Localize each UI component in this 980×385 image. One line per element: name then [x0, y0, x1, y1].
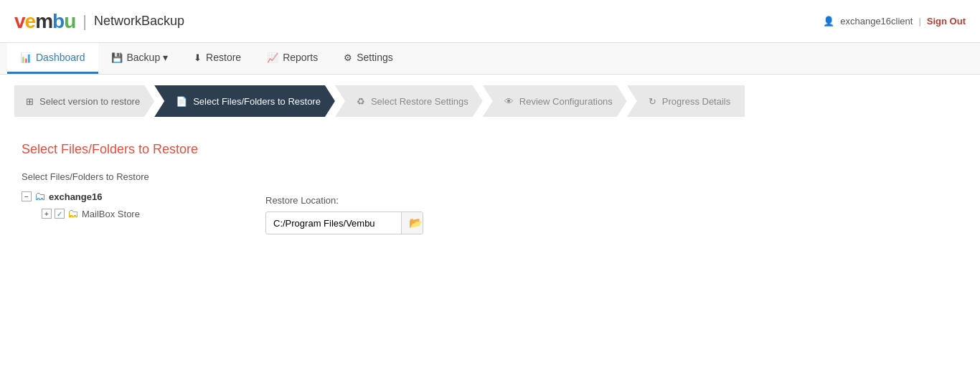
restore-location-browse-button[interactable]: 📂	[401, 212, 423, 234]
settings-icon: ⚙	[344, 52, 352, 63]
restore-location-input-group: 📂	[265, 211, 423, 234]
section-title-part3: to Restore	[135, 142, 198, 156]
nav-settings[interactable]: ⚙ Settings	[331, 43, 406, 74]
folder-orange-icon: 🗂	[67, 207, 79, 220]
nav-backup-label: Backup ▾	[127, 52, 169, 63]
step-label-files: Select Files/Folders to Restore	[193, 96, 321, 107]
nav-dashboard-label: Dashboard	[36, 52, 85, 63]
logo-vembu: vembu	[14, 10, 75, 33]
main-content: Select Files/Folders to Restore Select F…	[0, 128, 980, 249]
nav-reports-label: Reports	[283, 52, 318, 63]
tree-toggle-root[interactable]: −	[22, 191, 32, 201]
signout-link[interactable]: Sign Out	[927, 16, 966, 27]
step-icon-files: 📄	[176, 96, 187, 107]
section-title-part1: Select Files/	[22, 142, 92, 156]
nav-reports[interactable]: 📈 Reports	[254, 43, 331, 74]
restore-location-text-input[interactable]	[266, 214, 401, 233]
header: vembu | NetworkBackup 👤 exchange16client…	[0, 0, 980, 43]
restore-icon: ⬇	[194, 52, 202, 63]
wizard-step-progress[interactable]: ↻ Progress Details	[627, 85, 745, 117]
wizard-step-select-version[interactable]: ⊞ Select version to restore	[14, 85, 154, 117]
folder-blue-icon: 🗂	[34, 190, 46, 203]
step-label-review: Review Configurations	[519, 96, 613, 107]
wizard-step-select-files[interactable]: 📄 Select Files/Folders to Restore	[154, 85, 335, 117]
nav-dashboard[interactable]: 📊 Dashboard	[7, 43, 98, 74]
header-right: 👤 exchange16client | Sign Out	[823, 16, 966, 27]
step-icon-progress: ↻	[649, 96, 656, 107]
tree-toggle-mailbox[interactable]: +	[42, 209, 52, 219]
step-label-progress: Progress Details	[662, 96, 730, 107]
tree-area: − 🗂 exchange16 + ✓ 🗂 MailBox Store Resto…	[22, 188, 958, 234]
reports-icon: 📈	[267, 52, 278, 63]
nav-backup[interactable]: 💾 Backup ▾	[98, 43, 182, 74]
dashboard-icon: 📊	[20, 52, 32, 63]
step-icon-version: ⊞	[26, 96, 34, 107]
nav-restore[interactable]: ⬇ Restore	[181, 43, 254, 74]
username: exchange16client	[840, 16, 913, 27]
nav-restore-label: Restore	[206, 52, 241, 63]
step-icon-restore-settings: ♻	[357, 96, 365, 107]
step-icon-review: 👁	[504, 96, 514, 107]
wizard-step-review-config[interactable]: 👁 Review Configurations	[483, 85, 627, 117]
wizard-step-restore-settings[interactable]: ♻ Select Restore Settings	[335, 85, 483, 117]
nav-settings-label: Settings	[357, 52, 393, 63]
step-label-version: Select version to restore	[39, 96, 140, 107]
section-title: Select Files/Folders to Restore	[22, 142, 958, 157]
tree-root-label: exchange16	[49, 191, 102, 202]
section-title-folders: Folders	[92, 142, 135, 156]
main-nav: 📊 Dashboard 💾 Backup ▾ ⬇ Restore 📈 Repor…	[0, 43, 980, 75]
backup-icon: 💾	[111, 52, 123, 63]
step-label-restore-settings: Select Restore Settings	[371, 96, 468, 107]
tree-root-node[interactable]: − 🗂 exchange16	[22, 188, 222, 205]
logo-separator: |	[83, 12, 87, 31]
tree-checkbox-mailbox[interactable]: ✓	[55, 209, 65, 219]
file-tree: − 🗂 exchange16 + ✓ 🗂 MailBox Store	[22, 188, 222, 222]
pipe: |	[918, 16, 920, 27]
restore-location-section: Restore Location: 📂	[265, 195, 423, 234]
user-icon: 👤	[823, 16, 834, 27]
tree-label: Select Files/Folders to Restore	[22, 171, 958, 182]
logo: vembu | NetworkBackup	[14, 10, 184, 33]
tree-child-label-mailbox: MailBox Store	[82, 209, 140, 219]
restore-location-label: Restore Location:	[265, 195, 423, 206]
tree-child-node-mailbox[interactable]: + ✓ 🗂 MailBox Store	[42, 205, 222, 222]
wizard: ⊞ Select version to restore 📄 Select Fil…	[14, 85, 966, 117]
logo-product: NetworkBackup	[94, 14, 184, 29]
